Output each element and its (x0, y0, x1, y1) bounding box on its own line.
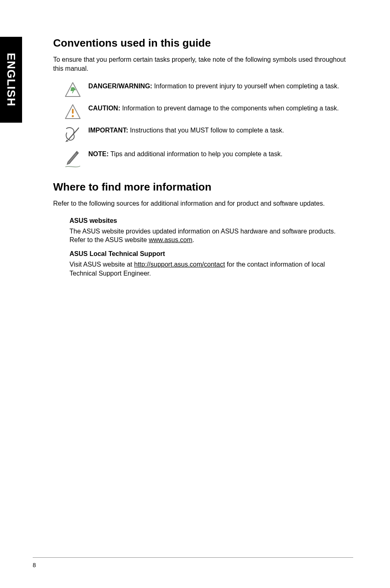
page-number: 8 (33, 562, 353, 568)
danger-icon (65, 82, 81, 98)
asus-websites-body: The ASUS website provides updated inform… (69, 227, 353, 245)
section2-heading: Where to find more information (53, 181, 353, 193)
caution-label: CAUTION: (88, 105, 120, 112)
caution-icon (65, 104, 81, 120)
danger-body: Information to prevent injury to yoursel… (152, 83, 339, 90)
footer-rule (33, 557, 353, 558)
svg-rect-2 (72, 109, 74, 114)
caution-body: Information to prevent damage to the com… (120, 105, 339, 112)
svg-point-3 (72, 115, 74, 117)
language-tab: ENGLISH (0, 37, 22, 123)
content: Conventions used in this guide To ensure… (53, 37, 353, 278)
aw-post: . (193, 236, 194, 243)
important-body: Instructions that you MUST follow to com… (128, 127, 284, 134)
note-icon (65, 150, 81, 169)
note-body: Tips and additional information to help … (109, 150, 282, 157)
callout-danger-text: DANGER/WARNING: Information to prevent i… (88, 82, 339, 91)
callout-caution-text: CAUTION: Information to prevent damage t… (88, 104, 339, 113)
danger-label: DANGER/WARNING: (88, 83, 152, 90)
callout-note: NOTE: Tips and additional information to… (65, 150, 353, 169)
page: ENGLISH Conventions used in this guide T… (0, 0, 390, 588)
asus-websites-title: ASUS websites (69, 217, 353, 224)
section2-intro: Refer to the following sources for addit… (53, 199, 353, 208)
aw-pre: The ASUS website provides updated inform… (69, 228, 336, 244)
important-label: IMPORTANT: (88, 127, 128, 134)
callout-important: IMPORTANT: Instructions that you MUST fo… (65, 126, 353, 144)
local-support-body: Visit ASUS website at http://support.asu… (69, 260, 353, 278)
section1-heading: Conventions used in this guide (53, 37, 353, 49)
ls-link: http://support.asus.com/contact (134, 261, 225, 268)
important-icon (65, 126, 81, 144)
note-label: NOTE: (88, 150, 109, 157)
language-tab-text: ENGLISH (4, 53, 18, 106)
callout-important-text: IMPORTANT: Instructions that you MUST fo… (88, 126, 284, 135)
ls-pre: Visit ASUS website at (69, 261, 134, 268)
section1-intro: To ensure that you perform certain tasks… (53, 55, 353, 73)
callout-danger: DANGER/WARNING: Information to prevent i… (65, 82, 353, 98)
callout-caution: CAUTION: Information to prevent damage t… (65, 104, 353, 120)
callout-note-text: NOTE: Tips and additional information to… (88, 150, 282, 159)
section2: Where to find more information Refer to … (53, 181, 353, 278)
page-footer: 8 (33, 557, 353, 568)
asus-websites-block: ASUS websites The ASUS website provides … (69, 217, 353, 278)
aw-link: www.asus.com (149, 236, 193, 243)
local-support-title: ASUS Local Technical Support (69, 250, 353, 258)
